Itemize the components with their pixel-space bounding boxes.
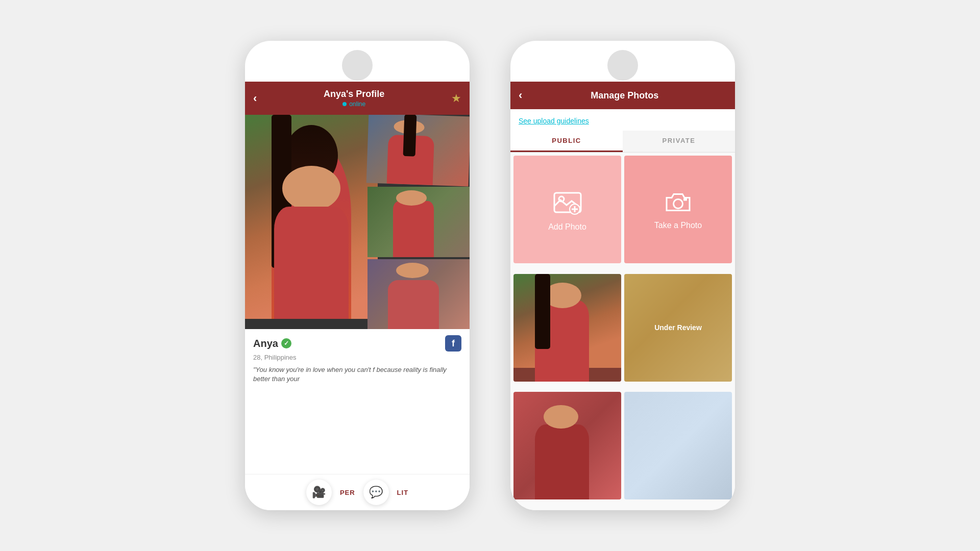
back-button[interactable]: ‹ (253, 92, 257, 105)
manage-content: See upload guidelines PUBLIC PRIVATE (510, 109, 735, 510)
main-profile-photo (245, 115, 378, 319)
photo-grid: Add Photo Take a Photo (510, 153, 735, 510)
name-text: Anya (253, 338, 278, 349)
tab-private[interactable]: PRIVATE (623, 131, 735, 152)
profile-bottom-bar: 🎥 PER 💬 LIT (245, 474, 470, 510)
profile-quote: "You know you're in love when you can't … (253, 365, 461, 384)
photo-image-5 (513, 392, 621, 499)
side-photo-1 (366, 115, 470, 187)
online-text: online (349, 101, 365, 108)
photo-tabs: PUBLIC PRIVATE (510, 131, 735, 153)
online-dot (342, 102, 347, 106)
profile-location: 28, Philippines (253, 354, 461, 361)
photo-cell-5[interactable] (513, 392, 621, 499)
svg-rect-6 (683, 198, 687, 201)
left-phone: ‹ Anya's Profile online ★ (245, 41, 470, 510)
primary-photo-image (513, 274, 621, 382)
profile-images (245, 115, 470, 329)
add-photo-label: Add Photo (548, 222, 586, 232)
star-button[interactable]: ★ (451, 92, 461, 105)
upload-guidelines-bar: See upload guidelines (510, 109, 735, 131)
facebook-icon[interactable]: f (445, 335, 461, 352)
age-text: 28 (253, 354, 260, 361)
profile-name: Anya ✓ (253, 338, 291, 349)
profile-info: Anya ✓ f 28, Philippines "You know you'r… (245, 329, 470, 474)
right-phone: ‹ Manage Photos See upload guidelines PU… (510, 41, 735, 510)
profile-header-center: Anya's Profile online (257, 89, 451, 108)
per-label: PER (340, 489, 355, 496)
under-review-label: Under Review (654, 323, 702, 332)
verified-badge: ✓ (281, 338, 291, 348)
chat-button[interactable]: 💬 (363, 480, 389, 505)
under-review-cell[interactable]: Under Review (624, 274, 732, 382)
svg-point-5 (674, 199, 683, 209)
profile-name-row: Anya ✓ f (253, 335, 461, 352)
add-photo-icon (552, 188, 583, 218)
side-photos (368, 115, 470, 329)
profile-title: Anya's Profile (257, 89, 451, 99)
primary-photo-cell[interactable]: Primary Photo (513, 274, 621, 382)
under-review-overlay: Under Review (624, 274, 732, 382)
tab-public[interactable]: PUBLIC (510, 131, 623, 152)
manage-header: ‹ Manage Photos (510, 82, 735, 109)
manage-back-button[interactable]: ‹ (519, 89, 522, 102)
camera-icon (664, 189, 692, 217)
add-photo-cell[interactable]: Add Photo (513, 156, 621, 263)
photo-image-6 (624, 392, 732, 499)
video-button[interactable]: 🎥 (306, 480, 332, 505)
manage-title: Manage Photos (522, 90, 727, 101)
take-photo-label: Take a Photo (654, 221, 702, 230)
main-photo-image (245, 115, 378, 319)
online-badge: online (257, 101, 451, 108)
location-text: Philippines (264, 354, 297, 361)
photo-cell-6[interactable] (624, 392, 732, 499)
upload-guidelines-link[interactable]: See upload guidelines (519, 117, 589, 125)
side-photo-3 (368, 259, 470, 329)
profile-header: ‹ Anya's Profile online ★ (245, 82, 470, 115)
side-photo-2 (368, 187, 470, 257)
lit-label: LIT (397, 489, 409, 496)
take-photo-cell[interactable]: Take a Photo (624, 156, 732, 263)
